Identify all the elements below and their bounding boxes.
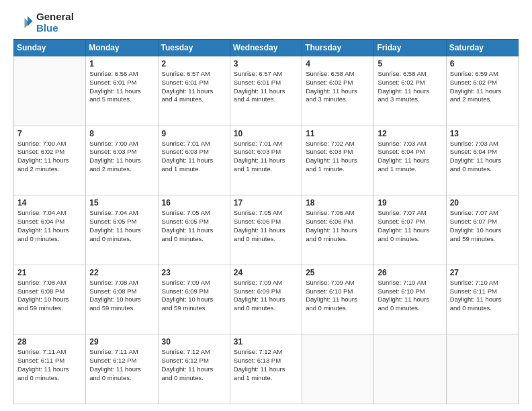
day-info: Sunrise: 7:12 AM Sunset: 6:13 PM Dayligh… (234, 348, 298, 382)
day-number: 19 (378, 198, 442, 208)
calendar-cell: 18Sunrise: 7:06 AM Sunset: 6:06 PM Dayli… (302, 195, 374, 265)
day-info: Sunrise: 7:08 AM Sunset: 6:08 PM Dayligh… (89, 279, 154, 313)
calendar-cell: 13Sunrise: 7:03 AM Sunset: 6:04 PM Dayli… (446, 126, 518, 195)
calendar-cell: 3Sunrise: 6:57 AM Sunset: 6:01 PM Daylig… (230, 56, 302, 126)
calendar-cell: 23Sunrise: 7:09 AM Sunset: 6:09 PM Dayli… (158, 265, 230, 334)
weekday-header: Thursday (302, 40, 374, 56)
day-info: Sunrise: 7:11 AM Sunset: 6:12 PM Dayligh… (89, 348, 154, 382)
calendar-cell: 25Sunrise: 7:09 AM Sunset: 6:10 PM Dayli… (302, 265, 374, 334)
day-info: Sunrise: 7:07 AM Sunset: 6:07 PM Dayligh… (450, 209, 515, 243)
day-number: 3 (234, 59, 298, 68)
calendar-cell: 7Sunrise: 7:00 AM Sunset: 6:02 PM Daylig… (14, 126, 86, 195)
day-info: Sunrise: 7:05 AM Sunset: 6:05 PM Dayligh… (162, 209, 226, 243)
calendar-header-row: SundayMondayTuesdayWednesdayThursdayFrid… (14, 40, 519, 56)
calendar-week-row: 28Sunrise: 7:11 AM Sunset: 6:11 PM Dayli… (14, 334, 519, 404)
day-number: 25 (306, 268, 370, 277)
day-number: 22 (89, 268, 154, 277)
day-info: Sunrise: 6:57 AM Sunset: 6:01 PM Dayligh… (234, 70, 298, 104)
day-number: 29 (89, 337, 154, 347)
day-number: 13 (450, 129, 515, 138)
day-info: Sunrise: 7:06 AM Sunset: 6:06 PM Dayligh… (306, 209, 370, 243)
day-info: Sunrise: 6:58 AM Sunset: 6:02 PM Dayligh… (378, 70, 442, 104)
day-info: Sunrise: 7:04 AM Sunset: 6:05 PM Dayligh… (89, 209, 154, 243)
calendar-cell (302, 334, 374, 404)
calendar-cell: 8Sunrise: 7:00 AM Sunset: 6:03 PM Daylig… (86, 126, 158, 195)
day-number: 17 (234, 198, 298, 208)
day-info: Sunrise: 6:58 AM Sunset: 6:02 PM Dayligh… (306, 70, 370, 104)
header: General Blue (13, 11, 519, 34)
calendar-cell: 5Sunrise: 6:58 AM Sunset: 6:02 PM Daylig… (374, 56, 446, 126)
day-info: Sunrise: 7:01 AM Sunset: 6:03 PM Dayligh… (162, 140, 226, 174)
day-number: 15 (89, 198, 154, 208)
weekday-header: Tuesday (158, 40, 230, 56)
day-info: Sunrise: 7:00 AM Sunset: 6:02 PM Dayligh… (17, 140, 82, 174)
page: General Blue SundayMondayTuesdayWednesda… (0, 0, 532, 411)
day-number: 18 (306, 198, 370, 208)
day-info: Sunrise: 7:07 AM Sunset: 6:07 PM Dayligh… (378, 209, 442, 243)
calendar-cell: 19Sunrise: 7:07 AM Sunset: 6:07 PM Dayli… (374, 195, 446, 265)
day-number: 23 (162, 268, 226, 277)
day-number: 11 (306, 129, 370, 138)
day-info: Sunrise: 6:56 AM Sunset: 6:01 PM Dayligh… (89, 70, 154, 104)
calendar-cell: 21Sunrise: 7:08 AM Sunset: 6:08 PM Dayli… (14, 265, 86, 334)
weekday-header: Wednesday (230, 40, 302, 56)
day-info: Sunrise: 7:09 AM Sunset: 6:09 PM Dayligh… (234, 279, 298, 313)
day-number: 27 (450, 268, 515, 277)
calendar-cell: 26Sunrise: 7:10 AM Sunset: 6:10 PM Dayli… (374, 265, 446, 334)
logo-icon (13, 12, 34, 32)
day-number: 5 (378, 59, 442, 68)
calendar-week-row: 21Sunrise: 7:08 AM Sunset: 6:08 PM Dayli… (14, 265, 519, 334)
calendar-cell: 24Sunrise: 7:09 AM Sunset: 6:09 PM Dayli… (230, 265, 302, 334)
calendar-cell: 15Sunrise: 7:04 AM Sunset: 6:05 PM Dayli… (86, 195, 158, 265)
calendar-cell: 30Sunrise: 7:12 AM Sunset: 6:12 PM Dayli… (158, 334, 230, 404)
day-number: 4 (306, 59, 370, 68)
day-info: Sunrise: 7:10 AM Sunset: 6:10 PM Dayligh… (378, 279, 442, 313)
calendar-cell: 17Sunrise: 7:05 AM Sunset: 6:06 PM Dayli… (230, 195, 302, 265)
day-number: 16 (162, 198, 226, 208)
weekday-header: Saturday (446, 40, 518, 56)
calendar-week-row: 7Sunrise: 7:00 AM Sunset: 6:02 PM Daylig… (14, 126, 519, 195)
day-info: Sunrise: 7:12 AM Sunset: 6:12 PM Dayligh… (162, 348, 226, 382)
day-number: 1 (89, 59, 154, 68)
calendar-cell (446, 334, 518, 404)
svg-marker-0 (28, 16, 33, 26)
calendar-cell: 2Sunrise: 6:57 AM Sunset: 6:01 PM Daylig… (158, 56, 230, 126)
weekday-header: Sunday (14, 40, 86, 56)
day-info: Sunrise: 7:08 AM Sunset: 6:08 PM Dayligh… (17, 279, 82, 313)
calendar-cell (14, 56, 86, 126)
calendar-cell: 4Sunrise: 6:58 AM Sunset: 6:02 PM Daylig… (302, 56, 374, 126)
day-info: Sunrise: 7:03 AM Sunset: 6:04 PM Dayligh… (450, 140, 515, 174)
calendar-cell: 22Sunrise: 7:08 AM Sunset: 6:08 PM Dayli… (86, 265, 158, 334)
day-number: 14 (17, 198, 82, 208)
calendar-cell: 11Sunrise: 7:02 AM Sunset: 6:03 PM Dayli… (302, 126, 374, 195)
calendar-cell: 9Sunrise: 7:01 AM Sunset: 6:03 PM Daylig… (158, 126, 230, 195)
calendar-cell: 16Sunrise: 7:05 AM Sunset: 6:05 PM Dayli… (158, 195, 230, 265)
calendar-cell: 29Sunrise: 7:11 AM Sunset: 6:12 PM Dayli… (86, 334, 158, 404)
day-info: Sunrise: 7:10 AM Sunset: 6:11 PM Dayligh… (450, 279, 515, 313)
calendar-cell: 14Sunrise: 7:04 AM Sunset: 6:04 PM Dayli… (14, 195, 86, 265)
logo: General Blue (13, 11, 74, 34)
day-number: 7 (17, 129, 82, 138)
calendar-week-row: 14Sunrise: 7:04 AM Sunset: 6:04 PM Dayli… (14, 195, 519, 265)
calendar-cell: 12Sunrise: 7:03 AM Sunset: 6:04 PM Dayli… (374, 126, 446, 195)
day-info: Sunrise: 6:59 AM Sunset: 6:02 PM Dayligh… (450, 70, 515, 104)
day-info: Sunrise: 7:02 AM Sunset: 6:03 PM Dayligh… (306, 140, 370, 174)
calendar-table: SundayMondayTuesdayWednesdayThursdayFrid… (13, 39, 519, 404)
day-number: 9 (162, 129, 226, 138)
day-number: 26 (378, 268, 442, 277)
day-number: 6 (450, 59, 515, 68)
day-number: 30 (162, 337, 226, 347)
day-info: Sunrise: 7:00 AM Sunset: 6:03 PM Dayligh… (89, 140, 154, 174)
day-number: 12 (378, 129, 442, 138)
day-number: 8 (89, 129, 154, 138)
day-number: 24 (234, 268, 298, 277)
calendar-cell: 10Sunrise: 7:01 AM Sunset: 6:03 PM Dayli… (230, 126, 302, 195)
day-info: Sunrise: 7:01 AM Sunset: 6:03 PM Dayligh… (234, 140, 298, 174)
calendar-cell: 31Sunrise: 7:12 AM Sunset: 6:13 PM Dayli… (230, 334, 302, 404)
day-info: Sunrise: 7:11 AM Sunset: 6:11 PM Dayligh… (17, 348, 82, 382)
day-info: Sunrise: 7:04 AM Sunset: 6:04 PM Dayligh… (17, 209, 82, 243)
day-number: 2 (162, 59, 226, 68)
day-info: Sunrise: 7:05 AM Sunset: 6:06 PM Dayligh… (234, 209, 298, 243)
calendar-cell: 28Sunrise: 7:11 AM Sunset: 6:11 PM Dayli… (14, 334, 86, 404)
day-info: Sunrise: 6:57 AM Sunset: 6:01 PM Dayligh… (162, 70, 226, 104)
